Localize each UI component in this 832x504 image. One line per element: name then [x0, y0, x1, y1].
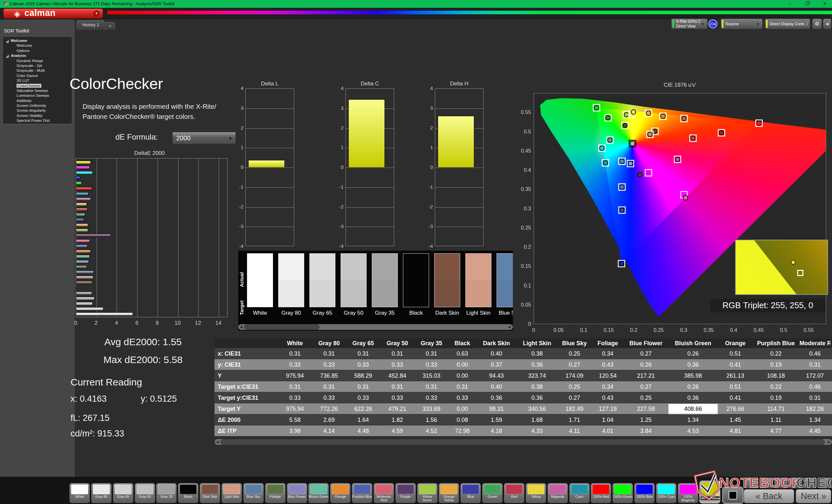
sidebar-item-grayscale-2pt[interactable]: Grayscale - 2pt [3, 63, 72, 68]
patch-button-100-cyan[interactable]: 100% Cyan [656, 483, 677, 503]
viewer-patch-blue-sky[interactable] [497, 253, 513, 307]
de-formula-dropdown[interactable]: 2000 ▼ [172, 132, 236, 144]
patch-button-cyan[interactable]: Cyan [569, 483, 590, 503]
display-control-label: Direct Display Control [770, 22, 807, 27]
scroll-right-icon[interactable]: ▶ [507, 324, 513, 330]
sidebar-item-3d-lut[interactable]: 3D LUT [3, 78, 72, 83]
patch-button-blue-sky[interactable]: Blue Sky [243, 483, 264, 503]
patch-button-foliage[interactable]: Foliage [265, 483, 286, 503]
patch-button-purplish-blue[interactable]: Purplish Blue [352, 483, 372, 503]
next-button[interactable]: Next » [796, 489, 831, 503]
y-tick-label: 0.55 [518, 109, 531, 115]
collapse-right-panel-button[interactable]: ◀ [823, 19, 831, 29]
patch-button-yellow[interactable]: Yellow [525, 483, 546, 503]
sidebar-item-screen-angularity[interactable]: Screen Angularity [3, 108, 72, 113]
patch-button-green[interactable]: Green [482, 483, 503, 503]
sidebar-item-screen-stability[interactable]: Screen Stability [3, 113, 72, 118]
patch-button-gray-35[interactable]: Gray 35 [156, 483, 177, 503]
restore-button[interactable] [800, 0, 813, 8]
minimize-button[interactable]: – [783, 0, 796, 8]
calman-menu-button[interactable]: ◈ calman ▼ [3, 8, 103, 19]
viewer-patch-white[interactable] [247, 253, 273, 307]
table-cell: 1.11 [752, 414, 800, 425]
expander-icon[interactable] [5, 55, 9, 58]
close-button[interactable]: ✕ [818, 0, 831, 8]
patch-button-blue-flower[interactable]: Blue Flower [287, 483, 308, 503]
sidebar-item-saturation-sweeps[interactable]: Saturation Sweeps [3, 88, 72, 93]
viewer-patch-gray-80[interactable] [278, 253, 304, 307]
scroll-left-icon[interactable]: ◀ [238, 324, 244, 330]
viewer-scroll-thumb[interactable] [244, 324, 319, 330]
mini-toolbar-button-1[interactable]: ▪ [745, 477, 758, 488]
viewer-patch-gray-35[interactable] [372, 253, 398, 307]
actual-swatch [435, 254, 460, 280]
sidebar-item-color-gamut[interactable]: Color Gamut [3, 74, 72, 78]
column-header-gray-65: Gray 65 [346, 338, 380, 348]
patch-button-magenta[interactable]: Magenta [547, 483, 568, 503]
patch-button-gray-65[interactable]: Gray 65 [113, 483, 134, 503]
mini-toolbar-button-2[interactable]: ▪ [759, 477, 773, 488]
viewer-patch-black[interactable] [403, 253, 429, 307]
patch-button-blue[interactable]: Blue [460, 483, 481, 503]
table-cell: 0.51 [718, 348, 752, 359]
viewer-patch-gray-50[interactable] [341, 253, 367, 307]
viewer-patch-gray-65[interactable] [309, 253, 335, 307]
settings-button[interactable]: ⚙ [812, 19, 822, 29]
mini-toolbar-button-6[interactable]: ▪ [818, 477, 832, 488]
patch-button-100-yellow[interactable]: 100% Yellow [699, 481, 720, 503]
chevron-down-icon[interactable]: ▼ [93, 10, 100, 17]
patch-button-gray-80[interactable]: Gray 80 [91, 483, 112, 503]
patch-button-white[interactable]: White [69, 483, 90, 503]
scroll-right-icon[interactable]: ▶ [826, 439, 832, 445]
patch-button-gray-50[interactable]: Gray 50 [134, 483, 155, 503]
mini-toolbar-button-3[interactable]: ▪ [774, 477, 788, 488]
patch-button-100-red[interactable]: 100% Red [591, 483, 611, 503]
sidebar-item-options[interactable]: Options [3, 48, 72, 53]
sidebar-item-analysis[interactable]: Analysis [3, 53, 72, 58]
meter-dropdown[interactable]: X-Rite i1Pro 2Direct View ▼ [671, 19, 707, 29]
patch-button-orange[interactable]: Orange [330, 483, 351, 503]
mini-toolbar-button-4[interactable]: ▪ [789, 477, 802, 488]
table-cell: 0.33 [312, 392, 346, 403]
patch-button-100-green[interactable]: 100% Green [612, 483, 633, 503]
current-reading-heading: Current Reading [71, 377, 142, 388]
patch-button-moderate-red[interactable]: Moderate Red [373, 483, 394, 503]
patch-button-dark-skin[interactable]: Dark Skin [200, 483, 220, 503]
scroll-left-icon[interactable]: ◀ [214, 439, 220, 445]
sidebar-item-additivity[interactable]: Additivity [3, 99, 72, 103]
display-control-dropdown[interactable]: Direct Display Control ▼ [765, 19, 810, 29]
table-scroll-thumb[interactable] [220, 439, 825, 445]
table-cell: 0.34 [592, 381, 624, 392]
sidebar-item-welcome[interactable]: Welcome [3, 38, 72, 43]
patch-button-red[interactable]: Red [504, 483, 524, 503]
sidebar-item-welcome[interactable]: Welcome [3, 43, 72, 48]
sidebar-item-grayscale-multi[interactable]: Grayscale - Multi [3, 68, 72, 73]
mini-toolbar-button-5[interactable]: ▪ [803, 477, 817, 488]
patch-button-bluish-green[interactable]: Bluish Green [308, 483, 329, 503]
patch-button-100-blue[interactable]: 100% Blue [634, 483, 655, 503]
sidebar-item-dynamic-range[interactable]: Dynamic Range [3, 58, 72, 63]
sidebar-item-colorchecker[interactable]: ColorChecker [3, 83, 72, 88]
add-tab-button[interactable]: + [105, 22, 115, 30]
patch-button-yellow-green[interactable]: Yellow Green [417, 483, 438, 503]
sidebar-item-luminance-sweeps[interactable]: Luminance Sweeps [3, 93, 72, 98]
sidebar-item-spectral-power-dist[interactable]: Spectral Power Dist. [3, 118, 72, 123]
patch-button-purple[interactable]: Purple [395, 483, 416, 503]
patch-button-black[interactable]: Black [178, 483, 199, 503]
viewer-patch-light-skin[interactable] [465, 253, 491, 307]
patch-button-orange-yellow[interactable]: Orange Yellow [438, 483, 459, 503]
table-scrollbar[interactable]: ◀ ▶ [214, 439, 832, 445]
viewer-patch-dark-skin[interactable] [434, 253, 460, 307]
source-dropdown[interactable]: Source ▼ [721, 19, 763, 29]
tab-history-1[interactable]: History 1 [77, 20, 105, 30]
viewer-scrollbar[interactable]: ◀ ▶ [238, 324, 513, 330]
back-button[interactable]: « Back [744, 489, 794, 503]
de2000-bar-moderate-red [76, 239, 90, 243]
expander-icon[interactable] [5, 39, 9, 43]
selected-cell[interactable]: 408.66 [668, 403, 718, 414]
stop-measure-button[interactable] [722, 486, 744, 504]
patch-button-100-magenta[interactable]: 100% Magenta [678, 483, 698, 503]
patch-button-light-skin[interactable]: Light Skin [221, 483, 242, 503]
meter-count-badge[interactable]: 234 [708, 20, 717, 28]
sidebar-item-screen-uniformity[interactable]: Screen Uniformity [3, 103, 72, 108]
